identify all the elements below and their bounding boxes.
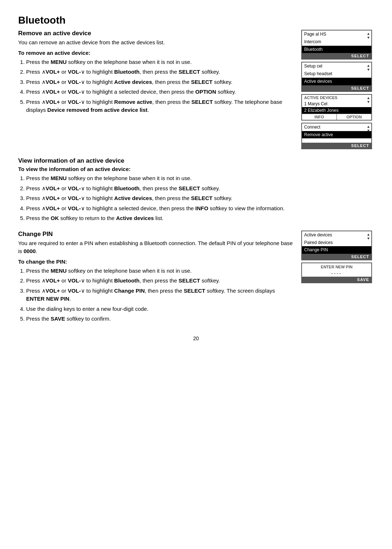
phone-screen-1: ▲▼ Page al HS Intercom Bluetooth SELECT [301,30,372,60]
phone-screen-2: ▲▼ Setup cel Setup headset Active device… [301,62,372,92]
active-devices-header: ACTIVE DEVICES [302,95,371,101]
list-item: Press ∧VOL+ or VOL-∨ to highlight a sele… [26,88,294,96]
menu-item-paireddevices: Paired devices [302,239,371,247]
section1-subheading: To remove an active device: [18,50,294,56]
pin-value: ---- [302,270,371,277]
section-pin-text: Change PIN You are required to enter a P… [18,231,301,328]
list-item: Press the OK softkey to return to the Ac… [26,214,374,223]
section2-subheading: To view the information of an active dev… [18,166,374,172]
save-bar: SAVE [302,277,371,282]
menu-item-activedevices2: Active devices [302,231,371,239]
menu-item-changepin: Change PIN [302,246,371,254]
select-bar-2: SELECT [302,85,371,91]
list-item: Use the dialing keys to enter a new four… [26,305,294,313]
list-item: Press the MENU softkey on the telephone … [26,174,374,183]
section2-steps: Press the MENU softkey on the telephone … [26,174,374,223]
device-elizabeth: 2 Elizabeth Jones [302,107,371,114]
menu-item-activedevices: Active devices [302,78,371,85]
phone-screen-5: ▲▼ Active devices Paired devices Change … [301,231,372,260]
section3-steps: Press the MENU softkey on the telephone … [26,267,294,323]
section-view-info: View information of an active device To … [18,157,374,223]
menu-item-setupcel: Setup cel [302,62,371,70]
section-remove-active: Remove an active device You can remove a… [18,30,374,149]
section1-heading: Remove an active device [18,30,294,37]
list-item: Press ∧VOL+ or VOL-∨ to highlight Active… [26,78,294,86]
screen3-bottom-bar: INFO OPTION [302,114,371,120]
list-item: Press the MENU softkey on the telephone … [26,58,294,66]
list-item: Press ∧VOL+ or VOL-∨ to highlight Change… [26,287,294,303]
screens-remove-active: ▲▼ Page al HS Intercom Bluetooth SELECT … [301,30,374,149]
select-bar-4: SELECT [302,143,371,149]
menu-item-bluetooth: Bluetooth [302,46,371,53]
section-remove-text: Remove an active device You can remove a… [18,30,301,119]
scroll-arrow-icon: ▲▼ [367,32,370,40]
list-item: Press ∧VOL+ or VOL-∨ to highlight a sele… [26,204,374,213]
section-change-pin: Change PIN You are required to enter a P… [18,231,374,328]
option-button: OPTION [336,114,371,120]
menu-item-setupheadset: Setup headset [302,70,371,78]
device-marys-cel: 1 Marys Cel [302,101,371,107]
page-title: Bluetooth [18,15,374,26]
menu-item-pagealhs: Page al HS [302,30,371,38]
phone-screen-4: ▲▼ Connect Remove active SELECT [301,123,372,150]
list-item: Press ∧VOL+ or VOL-∨ to highlight Active… [26,194,374,203]
menu-item-connect: Connect [302,123,371,131]
menu-item-intercom: Intercom [302,38,371,46]
section1-steps: Press the MENU softkey on the telephone … [26,58,294,114]
list-item: Press the MENU softkey on the telephone … [26,267,294,275]
phone-screen-3: ▲▼ ACTIVE DEVICES 1 Marys Cel 2 Elizabet… [301,94,372,121]
select-bar-1: SELECT [302,53,371,59]
scroll-arrow-icon: ▲▼ [367,232,370,240]
section3-intro: You are required to enter a PIN when est… [18,239,294,256]
phone-screen-6: ENTER NEW PIN ---- SAVE [301,263,372,283]
section3-heading: Change PIN [18,231,294,238]
section1-intro: You can remove an active device from the… [18,38,294,47]
list-item: Press the SAVE softkey to confirm. [26,315,294,323]
info-button: INFO [302,114,336,120]
list-item: Press ∧VOL+ or VOL-∨ to highlight Blueto… [26,184,374,193]
scroll-arrow-icon: ▲▼ [367,64,370,72]
screens-change-pin: ▲▼ Active devices Paired devices Change … [301,231,374,283]
list-item: Press ∧VOL+ or VOL-∨ to highlight Remove… [26,98,294,114]
scroll-arrow-icon: ▲▼ [367,125,370,133]
scroll-arrow-icon: ▲▼ [367,96,370,104]
section2-heading: View information of an active device [18,157,374,164]
enter-pin-label: ENTER NEW PIN [302,263,371,270]
menu-item-removeactive: Remove active [302,131,371,139]
select-bar-5: SELECT [302,254,371,260]
section3-subheading: To change the PIN: [18,259,294,265]
page-number: 20 [18,336,374,341]
list-item: Press ∧VOL+ or VOL-∨ to highlight Blueto… [26,68,294,76]
list-item: Press ∧VOL+ or VOL-∨ to highlight Blueto… [26,277,294,285]
